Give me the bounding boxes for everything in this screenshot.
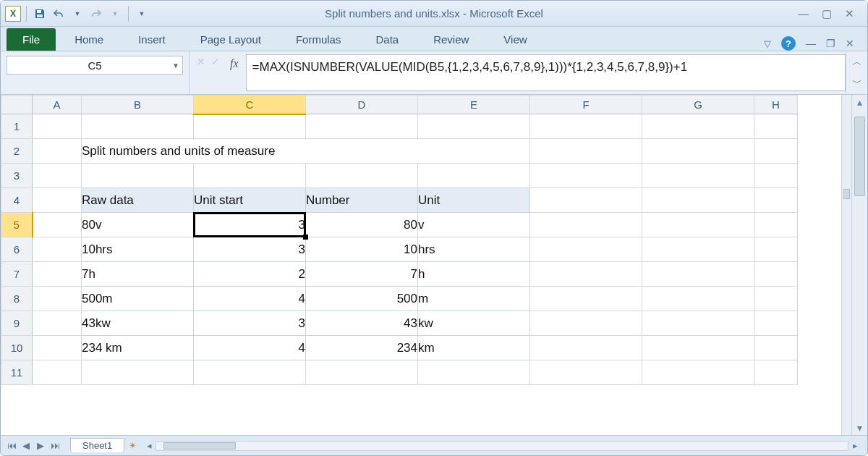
cell-A9[interactable] [33,311,82,336]
col-header-H[interactable]: H [754,96,798,114]
cell-D5[interactable]: 80 [306,213,418,237]
col-header-D[interactable]: D [306,96,418,114]
cell-F4[interactable] [530,188,642,213]
worksheet-grid[interactable]: ABCDEFGH12Split numbers and units of mea… [1,95,841,435]
close-button[interactable]: ✕ [845,7,854,20]
row-header-6[interactable]: 6 [1,237,33,262]
cell-H6[interactable] [754,237,798,262]
cell-G6[interactable] [642,237,754,262]
enter-formula-icon[interactable]: ✓ [211,56,220,67]
cell-D4[interactable]: Number [306,188,418,213]
row-header-2[interactable]: 2 [1,139,33,164]
cell-G10[interactable] [642,336,754,360]
cell-A4[interactable] [33,188,82,213]
save-icon[interactable] [32,6,48,22]
tab-page-layout[interactable]: Page Layout [184,28,277,51]
cell-F3[interactable] [530,164,642,188]
help-icon[interactable]: ? [781,36,796,51]
ribbon-minimize-icon[interactable]: ▽ [764,38,771,49]
cell-B4[interactable]: Raw data [82,188,194,213]
cell-C6[interactable]: 3 [194,237,306,262]
cell-D11[interactable] [306,360,418,385]
cell-C9[interactable]: 3 [194,311,306,336]
cell-B8[interactable]: 500m [82,287,194,311]
scroll-left-icon[interactable]: ◂ [142,440,156,451]
v-scroll-thumb[interactable] [854,117,865,196]
cell-G11[interactable] [642,360,754,385]
cell-A5[interactable] [33,213,82,237]
col-header-E[interactable]: E [418,96,530,114]
sheet-nav-first-icon[interactable]: ⏮ [5,440,18,451]
cell-H10[interactable] [754,336,798,360]
name-box[interactable]: C5 ▼ [7,56,183,75]
cell-G7[interactable] [642,262,754,287]
vertical-scrollbar[interactable]: ▴ ▾ [851,95,867,435]
row-header-11[interactable]: 11 [1,360,33,385]
row-header-10[interactable]: 10 [1,336,33,360]
cell-D1[interactable] [306,114,418,139]
cell-G9[interactable] [642,311,754,336]
cell-E5[interactable]: v [418,213,530,237]
cell-E9[interactable]: kw [418,311,530,336]
cell-H8[interactable] [754,287,798,311]
cell-A1[interactable] [33,114,82,139]
cell-B7[interactable]: 7h [82,262,194,287]
cell-E10[interactable]: km [418,336,530,360]
cell-H1[interactable] [754,114,798,139]
cell-H5[interactable] [754,213,798,237]
cell-H4[interactable] [754,188,798,213]
cell-F7[interactable] [530,262,642,287]
tab-home[interactable]: Home [59,28,119,51]
cell-H3[interactable] [754,164,798,188]
sheet-nav-last-icon[interactable]: ⏭ [48,440,61,451]
tab-data[interactable]: Data [359,28,414,51]
cell-B9[interactable]: 43kw [82,311,194,336]
tab-view[interactable]: View [488,28,542,51]
file-tab[interactable]: File [7,28,56,51]
col-header-B[interactable]: B [82,96,194,114]
cell-D9[interactable]: 43 [306,311,418,336]
cell-A11[interactable] [33,360,82,385]
cell-F10[interactable] [530,336,642,360]
cell-H11[interactable] [754,360,798,385]
doc-restore-icon[interactable]: ❐ [826,38,835,49]
cell-H2[interactable] [754,139,798,164]
cell-G2[interactable] [642,139,754,164]
cell-H9[interactable] [754,311,798,336]
cell-D3[interactable] [306,164,418,188]
redo-dropdown-icon[interactable]: ▼ [107,6,123,22]
cell-C7[interactable]: 2 [194,262,306,287]
cell-E11[interactable] [418,360,530,385]
row-header-8[interactable]: 8 [1,287,33,311]
cell-E3[interactable] [418,164,530,188]
cell-A8[interactable] [33,287,82,311]
scroll-up-icon[interactable]: ▴ [852,95,867,109]
cell-C10[interactable]: 4 [194,336,306,360]
col-header-C[interactable]: C [194,96,306,114]
cell-B5[interactable]: 80v [82,213,194,237]
redo-icon[interactable] [88,6,104,22]
cell-D10[interactable]: 234 [306,336,418,360]
formula-scroll-up-icon[interactable]: ︿ [846,51,867,73]
h-scroll-thumb[interactable] [163,442,236,449]
row-header-1[interactable]: 1 [1,114,33,139]
cell-F8[interactable] [530,287,642,311]
cell-C3[interactable] [194,164,306,188]
row-header-4[interactable]: 4 [1,188,33,213]
fx-icon[interactable]: fx [220,51,246,94]
cell-F11[interactable] [530,360,642,385]
cell-B2[interactable]: Split numbers and units of measure [82,139,530,164]
sheet-nav-next-icon[interactable]: ▶ [34,440,47,451]
tab-review[interactable]: Review [417,28,485,51]
cell-E4[interactable]: Unit [418,188,530,213]
cancel-formula-icon[interactable]: ✕ [197,56,205,67]
cell-A6[interactable] [33,237,82,262]
cell-E8[interactable]: m [418,287,530,311]
cell-B6[interactable]: 10hrs [82,237,194,262]
row-header-3[interactable]: 3 [1,164,33,188]
cell-D7[interactable]: 7 [306,262,418,287]
cell-B1[interactable] [82,114,194,139]
new-sheet-icon[interactable]: ✴ [129,440,137,451]
undo-icon[interactable] [51,6,67,22]
cell-F2[interactable] [530,139,642,164]
